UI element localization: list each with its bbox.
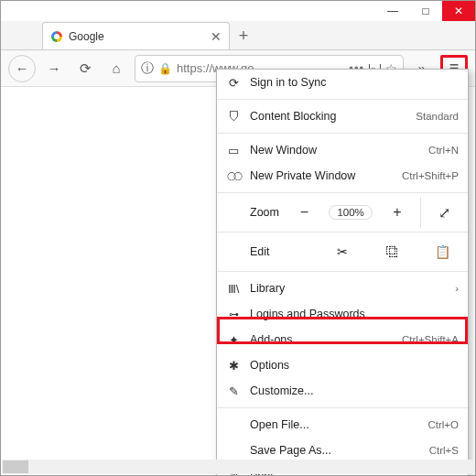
tab-google[interactable]: Google ✕ [42, 22, 230, 49]
window-titlebar: — □ ✕ [1, 1, 475, 21]
fullscreen-button[interactable]: ⤢ [420, 197, 468, 228]
chevron-right-icon: › [455, 283, 459, 294]
mask-icon: ◯◯ [226, 168, 241, 183]
site-info-icon[interactable]: ⓘ [141, 60, 154, 77]
separator [217, 271, 468, 272]
new-tab-button[interactable]: + [230, 22, 257, 49]
menu-newpriv-kb: Ctrl+Shift+P [402, 170, 459, 181]
menu-library[interactable]: Ⅲ\ Library › [217, 276, 468, 301]
menu-zoom-row: Zoom − 100% + ⤢ [217, 197, 468, 228]
zoom-percent-label: 100% [329, 205, 372, 220]
menu-newpriv-label: New Private Window [250, 169, 393, 182]
window-maximize[interactable]: □ [409, 1, 442, 21]
menu-open-file[interactable]: Open File... Ctrl+O [217, 412, 468, 438]
menu-block-value: Standard [416, 111, 459, 122]
gear-icon: ✱ [226, 358, 241, 373]
tab-close-icon[interactable]: ✕ [211, 29, 222, 44]
zoom-out-button[interactable]: − [281, 197, 328, 228]
menu-logins[interactable]: ⊶ Logins and Passwords [217, 301, 468, 327]
menu-save-label: Save Page As... [250, 444, 420, 457]
menu-save-kb: Ctrl+S [429, 445, 459, 456]
menu-new-private-window[interactable]: ◯◯ New Private Window Ctrl+Shift+P [217, 163, 468, 189]
save-icon [226, 443, 241, 458]
library-icon: Ⅲ\ [226, 281, 241, 296]
tab-title: Google [69, 30, 104, 43]
menu-customize-label: Customize... [250, 384, 459, 397]
menu-open-label: Open File... [250, 418, 418, 431]
window-icon: ▭ [226, 143, 241, 157]
copy-button[interactable]: ⿻ [368, 236, 418, 267]
separator [217, 232, 468, 233]
brush-icon: ✎ [226, 384, 241, 398]
app-menu: ⟳ Sign in to Sync ⛉ Content Blocking Sta… [216, 69, 469, 476]
paste-button[interactable]: 📋 [417, 236, 468, 267]
menu-options-label: Options [250, 359, 459, 372]
sync-icon: ⟳ [226, 75, 241, 90]
menu-addons-kb: Ctrl+Shift+A [402, 334, 459, 345]
key-icon: ⊶ [226, 307, 241, 321]
cut-button[interactable]: ✂ [318, 236, 368, 267]
menu-sync[interactable]: ⟳ Sign in to Sync [217, 70, 468, 95]
separator [217, 99, 468, 100]
window-minimize[interactable]: — [376, 1, 409, 21]
menu-addons[interactable]: ✦ Add-ons Ctrl+Shift+A [217, 327, 468, 352]
separator [217, 192, 468, 193]
back-button[interactable]: ← [8, 55, 36, 82]
menu-sync-label: Sign in to Sync [250, 76, 459, 89]
home-button[interactable]: ⌂ [103, 56, 129, 81]
puzzle-icon: ✦ [226, 332, 241, 347]
menu-library-label: Library [250, 282, 446, 295]
menu-zoom-label: Zoom [217, 206, 281, 219]
tab-strip: Google ✕ + [1, 21, 475, 50]
zoom-in-button[interactable]: + [374, 197, 421, 228]
lock-icon: 🔒 [158, 62, 172, 75]
menu-edit-label: Edit [217, 245, 318, 258]
menu-block-label: Content Blocking [250, 110, 406, 123]
scrollbar-thumb[interactable] [3, 460, 28, 473]
menu-open-kb: Ctrl+O [427, 419, 459, 430]
menu-options[interactable]: ✱ Options [217, 352, 468, 378]
separator [217, 133, 468, 134]
menu-newwin-kb: Ctrl+N [428, 145, 459, 156]
google-favicon-icon [50, 30, 63, 43]
menu-customize[interactable]: ✎ Customize... [217, 378, 468, 404]
reload-button[interactable]: ⟳ [72, 56, 98, 81]
zoom-percent[interactable]: 100% [328, 197, 374, 228]
menu-newwin-label: New Window [250, 144, 419, 157]
menu-addons-label: Add-ons [250, 333, 393, 346]
file-icon [226, 417, 241, 432]
menu-new-window[interactable]: ▭ New Window Ctrl+N [217, 137, 468, 163]
horizontal-scrollbar[interactable] [2, 460, 474, 474]
menu-content-blocking[interactable]: ⛉ Content Blocking Standard [217, 103, 468, 129]
separator [217, 407, 468, 408]
shield-icon: ⛉ [226, 109, 241, 124]
window-close[interactable]: ✕ [442, 1, 475, 21]
menu-logins-label: Logins and Passwords [250, 308, 459, 320]
forward-button[interactable]: → [41, 56, 67, 81]
menu-edit-row: Edit ✂ ⿻ 📋 [217, 236, 468, 267]
